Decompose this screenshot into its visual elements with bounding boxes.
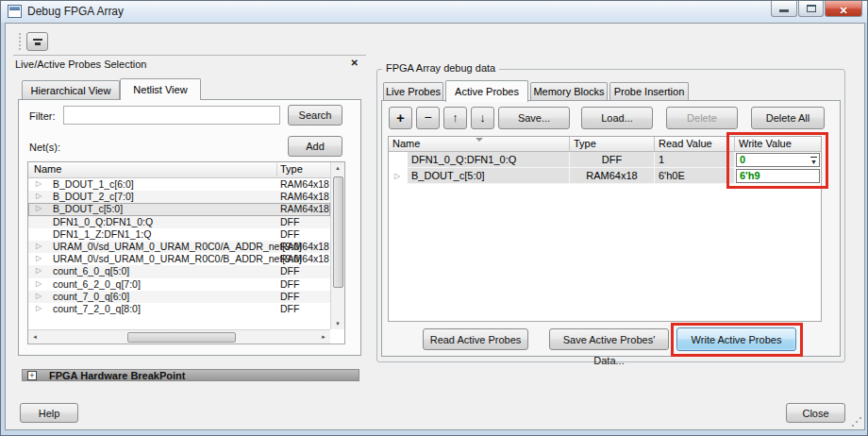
tab-live-probes[interactable]: Live Probes bbox=[383, 82, 443, 101]
load-button[interactable]: Load... bbox=[581, 107, 653, 129]
scroll-up-icon[interactable]: ▲ bbox=[331, 165, 344, 171]
net-name: DFN1_0_Q:DFN1_0:Q bbox=[53, 216, 153, 227]
write-active-probes-button[interactable]: Write Active Probes bbox=[676, 327, 796, 351]
tab-memory-blocks[interactable]: Memory Blocks bbox=[530, 82, 608, 101]
move-down-button[interactable]: ↓ bbox=[471, 107, 494, 129]
net-type: DFF bbox=[280, 303, 299, 314]
tab-netlist-view[interactable]: Netlist View bbox=[120, 78, 201, 100]
scroll-left-icon[interactable]: ◄ bbox=[32, 334, 38, 340]
filter-input[interactable] bbox=[63, 106, 280, 125]
net-col-name[interactable]: Name bbox=[34, 163, 61, 175]
net-row[interactable]: ▷URAM_0\/sd_URAM_0_URAM_R0C0/A_ADDR_net[… bbox=[28, 241, 330, 253]
dropdown-arrow-icon[interactable]: ▼ bbox=[810, 157, 817, 165]
expand-plus-icon[interactable]: + bbox=[27, 371, 37, 380]
net-name: B_DOUT_2_c[7:0] bbox=[53, 191, 134, 202]
expand-arrow-icon[interactable]: ▷ bbox=[36, 242, 42, 250]
net-type: DFF bbox=[280, 278, 299, 290]
plus-icon: + bbox=[396, 109, 405, 126]
net-list-header[interactable]: Name Type bbox=[28, 162, 330, 178]
dock-panel-titlebar[interactable]: Live/Active Probes Selection ✕ bbox=[13, 55, 366, 72]
search-button[interactable]: Search bbox=[288, 105, 342, 126]
net-name: B_DOUT_1_c[6:0] bbox=[53, 178, 134, 190]
net-row[interactable]: ▷count_6_0_q[5:0]DFF bbox=[28, 265, 330, 277]
net-col-type[interactable]: Type bbox=[280, 163, 303, 175]
net-row[interactable]: ▷count_7_0_q[6:0]DFF bbox=[28, 291, 330, 303]
write-value-input[interactable]: 6'h9 bbox=[736, 169, 820, 183]
help-button[interactable]: Help bbox=[20, 403, 78, 423]
col-header-write-value[interactable]: Write Value bbox=[735, 137, 821, 152]
probe-read-value: 1 bbox=[655, 152, 735, 168]
tab-hierarchical-view[interactable]: Hierarchical View bbox=[22, 80, 120, 100]
col-header-type[interactable]: Type bbox=[570, 137, 655, 152]
remove-probe-button[interactable]: − bbox=[416, 107, 440, 129]
save-button[interactable]: Save... bbox=[498, 107, 570, 129]
resize-grip[interactable] bbox=[852, 417, 861, 427]
groupbox-title: FPGA Array debug data bbox=[382, 62, 499, 74]
tab-active-probes[interactable]: Active Probes bbox=[445, 80, 528, 102]
expand-arrow-icon[interactable]: ▷ bbox=[36, 204, 42, 212]
net-name: count_7_0_q[6:0] bbox=[53, 291, 129, 302]
add-probe-button[interactable]: + bbox=[389, 107, 412, 129]
sort-indicator-icon bbox=[476, 138, 483, 142]
net-list: Name Type ▷B_DOUT_1_c[6:0]RAM64x18▷B_DOU… bbox=[27, 161, 345, 344]
fpga-breakpoint-label: FPGA Hardware BreakPoint bbox=[49, 370, 185, 381]
expand-arrow-icon[interactable]: ▷ bbox=[36, 292, 42, 300]
net-row[interactable]: ▷count_7_2_0_q[8:0]DFF bbox=[28, 303, 330, 315]
net-row[interactable]: ▷B_DOUT_1_c[6:0]RAM64x18 bbox=[28, 178, 330, 191]
net-list-hscrollbar[interactable]: ◄ ► bbox=[28, 329, 330, 344]
save-active-probes-data-button[interactable]: Save Active Probes' Data... bbox=[549, 328, 669, 350]
expand-arrow-icon[interactable]: ▷ bbox=[36, 192, 42, 200]
net-row[interactable]: ▷count_6_2_0_q[7:0]DFF bbox=[28, 278, 330, 291]
net-type: RAM64x18 bbox=[280, 191, 329, 202]
net-name: count_6_0_q[5:0] bbox=[53, 265, 129, 277]
fpga-breakpoint-section[interactable]: + FPGA Hardware BreakPoint bbox=[22, 369, 359, 381]
expand-arrow-icon[interactable]: ▷ bbox=[36, 266, 42, 275]
app-icon bbox=[8, 5, 22, 18]
maximize-button[interactable] bbox=[798, 1, 824, 17]
vscroll-thumb[interactable] bbox=[333, 176, 343, 288]
add-button[interactable]: Add bbox=[288, 136, 342, 157]
net-type: RAM64x18 bbox=[280, 253, 329, 264]
net-name: count_7_2_0_q[8:0] bbox=[53, 303, 141, 314]
scroll-down-icon[interactable]: ▼ bbox=[331, 321, 344, 327]
filter-label: Filter: bbox=[29, 110, 56, 122]
expand-arrow-icon[interactable]: ▷ bbox=[36, 179, 42, 188]
delete-button[interactable]: Delete bbox=[666, 107, 738, 129]
expand-arrow-icon[interactable]: ▷ bbox=[36, 304, 42, 312]
net-row[interactable]: ▷B_DOUT_2_c[7:0]RAM64x18 bbox=[28, 191, 330, 203]
net-type: DFF bbox=[280, 291, 299, 302]
move-up-button[interactable]: ↑ bbox=[443, 107, 467, 129]
close-panel-icon[interactable]: ✕ bbox=[351, 58, 359, 68]
net-list-vscrollbar[interactable]: ▲ ▼ bbox=[330, 162, 344, 329]
net-type: DFF bbox=[280, 216, 299, 227]
window-title: Debug FPGA Array bbox=[27, 5, 124, 18]
expand-arrow-icon[interactable]: ▷ bbox=[36, 254, 42, 262]
write-value-dropdown[interactable]: 0 ▼ bbox=[736, 153, 820, 167]
net-type: RAM64x18 bbox=[280, 203, 329, 214]
net-row[interactable]: ▷B_DOUT_c[5:0]RAM64x18 bbox=[28, 203, 330, 215]
tab-probe-insertion[interactable]: Probe Insertion bbox=[609, 82, 689, 101]
net-row[interactable]: DFN1_0_Q:DFN1_0:QDFF bbox=[28, 216, 330, 228]
net-row[interactable]: ▷URAM_0\/sd_URAM_0_URAM_R0C0/B_ADDR_net[… bbox=[28, 253, 330, 265]
minus-icon: − bbox=[424, 109, 431, 125]
read-active-probes-button[interactable]: Read Active Probes bbox=[423, 328, 528, 350]
expand-arrow-icon[interactable]: ▷ bbox=[36, 279, 42, 288]
minimize-button[interactable] bbox=[771, 1, 797, 17]
expand-arrow-icon[interactable]: ▷ bbox=[394, 172, 400, 180]
toolbar-drag-handle[interactable] bbox=[19, 33, 22, 50]
close-icon: ✕ bbox=[839, 5, 847, 16]
hscroll-thumb[interactable] bbox=[127, 332, 236, 343]
scroll-right-icon[interactable]: ► bbox=[321, 334, 326, 340]
col-header-read-value[interactable]: Read Value bbox=[655, 137, 735, 152]
probe-name: B_DOUT_c[5:0] bbox=[408, 168, 570, 184]
probe-type: RAM64x18 bbox=[570, 168, 655, 184]
collapse-tool-button[interactable] bbox=[26, 32, 48, 51]
net-row[interactable]: DFN1_1_Z:DFN1_1:QDFF bbox=[28, 228, 330, 241]
col-header-name[interactable]: Name bbox=[389, 137, 570, 152]
close-dialog-button[interactable]: Close bbox=[786, 403, 845, 423]
net-name: DFN1_1_Z:DFN1_1:Q bbox=[53, 228, 151, 240]
maximize-icon bbox=[807, 5, 816, 12]
title-bar[interactable]: Debug FPGA Array ✕ bbox=[1, 1, 867, 23]
delete-all-button[interactable]: Delete All bbox=[751, 107, 825, 129]
close-button[interactable]: ✕ bbox=[825, 1, 862, 17]
